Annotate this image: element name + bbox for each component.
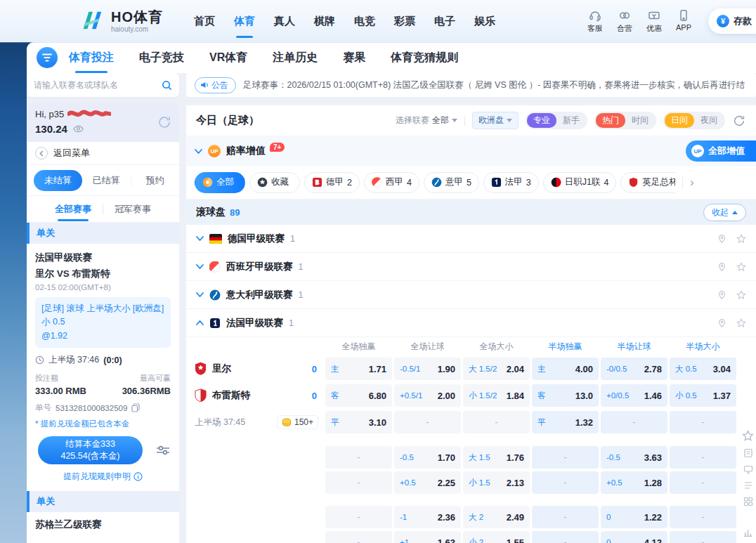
odds-cell[interactable]: 小 1.52.13 bbox=[463, 471, 530, 494]
odds-cell[interactable]: 平1.32 bbox=[532, 411, 599, 433]
tab-unsettled[interactable]: 未结算 bbox=[34, 170, 82, 191]
subnav-tab[interactable]: 注单历史 bbox=[273, 51, 318, 65]
subnav-tab[interactable]: VR体育 bbox=[209, 51, 247, 65]
odds-cell[interactable]: 小 1.5/21.84 bbox=[463, 384, 530, 407]
odds-filter-icon[interactable] bbox=[37, 47, 58, 68]
odds-cell[interactable]: +0.51.28 bbox=[601, 471, 667, 494]
league-pill[interactable]: 收藏 bbox=[249, 172, 300, 193]
toggle-night[interactable]: 夜间 bbox=[694, 113, 724, 128]
topnav-item[interactable]: 体育 bbox=[234, 0, 255, 42]
cashout-settings-icon[interactable] bbox=[155, 444, 171, 457]
tab-settled[interactable]: 已结算 bbox=[82, 174, 131, 187]
collapse-button[interactable]: 收起 bbox=[703, 204, 746, 221]
odds-cell[interactable]: -0/0.52.78 bbox=[601, 358, 667, 380]
cashout-button[interactable]: 结算本金333 425.54(含本金) bbox=[38, 436, 143, 464]
quick-link[interactable]: APP bbox=[676, 9, 691, 34]
odds-cell[interactable]: 大 22.49 bbox=[463, 506, 530, 528]
star-outline-icon[interactable] bbox=[736, 234, 746, 244]
tab-all-events[interactable]: 全部赛事 bbox=[55, 203, 91, 216]
all-boosts-button[interactable]: UP 全部增值 bbox=[686, 140, 756, 162]
pin-icon[interactable] bbox=[717, 318, 726, 328]
league-pill[interactable]: 日职J1联4 bbox=[543, 172, 617, 193]
league-pill[interactable]: 西甲4 bbox=[364, 172, 419, 193]
toggle-pro[interactable]: 专业 bbox=[527, 113, 556, 128]
odds-cell[interactable]: +0.52.25 bbox=[394, 471, 461, 494]
float-monitor-icon[interactable] bbox=[743, 464, 753, 474]
deposit-button[interactable]: ¥ 存款 bbox=[708, 8, 756, 34]
logo[interactable]: HO体育 haiouty.com bbox=[79, 9, 163, 34]
topnav-item[interactable]: 彩票 bbox=[394, 0, 415, 42]
subnav-tab[interactable]: 赛果 bbox=[343, 51, 365, 65]
odds-cell[interactable]: 01.22 bbox=[601, 506, 667, 528]
league-row[interactable]: 法国甲级联赛 1 bbox=[186, 309, 756, 337]
subnav-tab[interactable]: 体育竞猜规则 bbox=[391, 51, 458, 65]
topnav-item[interactable]: 电子 bbox=[434, 0, 455, 42]
league-row[interactable]: 意大利甲级联赛 1 bbox=[186, 281, 756, 309]
odds-cell[interactable]: 主4.00 bbox=[532, 358, 599, 380]
league-pill[interactable]: 德甲2 bbox=[304, 172, 360, 193]
topnav-item[interactable]: 电竞 bbox=[354, 0, 375, 42]
float-doc-icon[interactable] bbox=[743, 448, 753, 458]
odds-cell[interactable]: 小 0.51.37 bbox=[670, 384, 736, 407]
odds-cell[interactable]: 客6.80 bbox=[325, 384, 392, 407]
search-input[interactable] bbox=[34, 80, 162, 90]
odds-cell[interactable]: -0.51.70 bbox=[394, 446, 461, 469]
pin-icon[interactable] bbox=[717, 290, 726, 300]
league-pill[interactable]: 英足总杯6 bbox=[620, 172, 675, 193]
more-markets-badge[interactable]: 150+ bbox=[277, 415, 318, 429]
eye-icon[interactable] bbox=[73, 125, 84, 133]
chevron-down-icon[interactable] bbox=[195, 149, 202, 154]
league-pill[interactable]: 法甲3 bbox=[483, 172, 539, 193]
odds-cell[interactable]: 平3.10 bbox=[325, 411, 392, 433]
league-row[interactable]: 西班牙甲级联赛 1 bbox=[186, 253, 756, 281]
odds-cell[interactable]: -0.5/11.90 bbox=[394, 358, 461, 380]
quick-link[interactable]: 客服 bbox=[587, 9, 603, 34]
league-pill[interactable]: 意甲5 bbox=[424, 172, 479, 193]
pills-scroll-right[interactable]: › bbox=[682, 176, 694, 189]
odds-cell[interactable]: 大 1.51.76 bbox=[463, 446, 530, 469]
copy-icon[interactable] bbox=[131, 403, 140, 412]
subnav-tab[interactable]: 电子竞技 bbox=[139, 51, 184, 65]
odds-cell[interactable]: 04.12 bbox=[601, 531, 667, 543]
odds-cell[interactable]: 主1.71 bbox=[325, 358, 392, 380]
toggle-hot[interactable]: 热门 bbox=[596, 113, 625, 128]
float-grid-icon[interactable] bbox=[743, 497, 753, 506]
odds-cell[interactable]: -12.36 bbox=[394, 506, 461, 528]
cashout-rules-link[interactable]: 提前兑现规则申明 bbox=[35, 471, 171, 483]
refresh-icon[interactable] bbox=[732, 114, 746, 128]
odds-cell[interactable]: +0/0.51.46 bbox=[601, 384, 667, 407]
league-filter-select[interactable]: 选择联赛 全部 bbox=[396, 115, 457, 126]
league-pill[interactable]: 全部 bbox=[195, 172, 245, 193]
float-chart-icon[interactable] bbox=[743, 527, 753, 537]
tab-champion-events[interactable]: 冠军赛事 bbox=[115, 203, 151, 216]
odds-cell[interactable]: 大 1.5/22.04 bbox=[463, 358, 530, 380]
pin-icon[interactable] bbox=[717, 262, 726, 272]
float-star-icon[interactable] bbox=[742, 430, 754, 442]
star-outline-icon[interactable] bbox=[736, 290, 746, 300]
toggle-day[interactable]: 日间 bbox=[665, 113, 694, 128]
star-outline-icon[interactable] bbox=[736, 262, 746, 272]
star-outline-icon[interactable] bbox=[736, 318, 746, 328]
float-list-icon[interactable] bbox=[743, 480, 753, 490]
toggle-time[interactable]: 时间 bbox=[625, 113, 655, 128]
quick-link[interactable]: 优惠 bbox=[646, 9, 662, 34]
topnav-item[interactable]: 首页 bbox=[194, 0, 215, 42]
odds-cell[interactable]: 大 0.53.04 bbox=[670, 358, 736, 380]
odds-cell[interactable]: -0.53.63 bbox=[601, 446, 667, 469]
odds-cell[interactable]: +0.5/12.00 bbox=[394, 384, 461, 407]
quick-link[interactable]: 合营 bbox=[617, 9, 632, 34]
pin-icon[interactable] bbox=[717, 234, 726, 244]
topnav-item[interactable]: 真人 bbox=[274, 0, 295, 42]
back-to-menu[interactable]: 返回菜单 bbox=[27, 142, 179, 165]
odds-cell[interactable]: +11.63 bbox=[394, 531, 461, 543]
refresh-balance-icon[interactable] bbox=[157, 115, 172, 130]
odds-cell[interactable]: 客13.0 bbox=[532, 384, 599, 407]
odds-type-select[interactable]: 欧洲盘 bbox=[472, 112, 519, 129]
odds-cell[interactable]: 小 21.55 bbox=[463, 531, 530, 543]
search-icon[interactable] bbox=[162, 80, 172, 91]
toggle-novice[interactable]: 新手 bbox=[556, 113, 586, 128]
tab-reserved[interactable]: 预约 bbox=[131, 174, 180, 187]
league-row[interactable]: 德国甲级联赛 1 bbox=[186, 225, 756, 253]
subnav-tab[interactable]: 体育投注 bbox=[69, 51, 114, 65]
topnav-item[interactable]: 娱乐 bbox=[474, 0, 495, 42]
